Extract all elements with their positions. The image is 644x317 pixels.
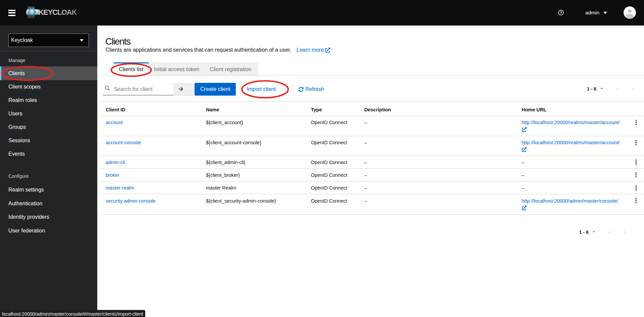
svg-text:KEYCLOAK: KEYCLOAK xyxy=(39,8,77,16)
svg-text:?: ? xyxy=(560,10,562,14)
